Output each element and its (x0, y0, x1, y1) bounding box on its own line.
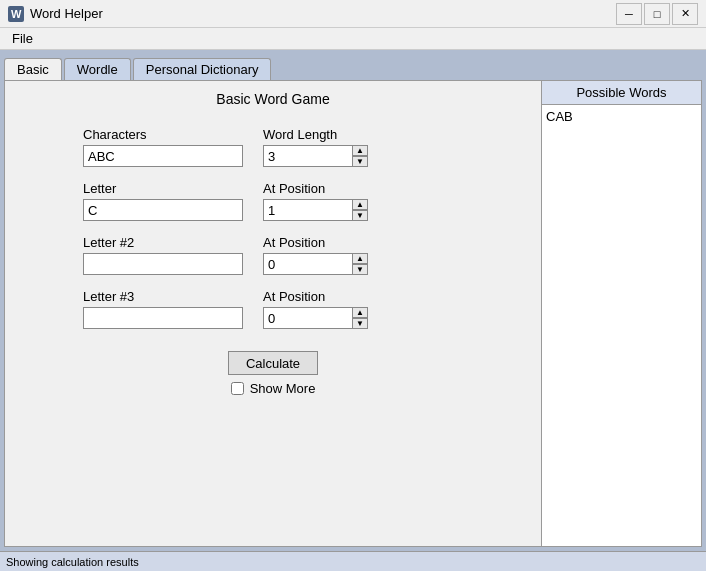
panel-area: Basic Word Game Characters Word Length (4, 80, 702, 547)
show-more-row: Show More (231, 381, 316, 396)
word-item: CAB (546, 109, 697, 124)
show-more-checkbox[interactable] (231, 382, 244, 395)
minimize-button[interactable]: ─ (616, 3, 642, 25)
word-length-group: Word Length ▲ ▼ (263, 127, 383, 167)
menu-bar: File (0, 28, 706, 50)
calculate-button[interactable]: Calculate (228, 351, 318, 375)
word-length-spinner-wrap: ▲ ▼ (263, 145, 383, 167)
tabs-panel: Basic Wordle Personal Dictionary Basic W… (4, 54, 702, 547)
position1-group: At Position ▲ ▼ (263, 181, 383, 221)
tab-personal-dictionary[interactable]: Personal Dictionary (133, 58, 272, 80)
words-panel-title: Possible Words (542, 81, 701, 105)
app-icon: W (8, 6, 24, 22)
svg-text:W: W (11, 8, 22, 20)
form-grid: Characters Word Length ▲ ▼ (83, 127, 463, 343)
main-area: Basic Wordle Personal Dictionary Basic W… (0, 50, 706, 551)
position3-spinners: ▲ ▼ (352, 307, 368, 329)
word-length-label: Word Length (263, 127, 383, 142)
position2-group: At Position ▲ ▼ (263, 235, 383, 275)
letter3-label: Letter #3 (83, 289, 243, 304)
status-bar: Showing calculation results (0, 551, 706, 571)
letter3-group: Letter #3 (83, 289, 243, 329)
position1-spinner-wrap: ▲ ▼ (263, 199, 383, 221)
title-bar: W Word Helper ─ □ ✕ (0, 0, 706, 28)
position3-group: At Position ▲ ▼ (263, 289, 383, 329)
word-length-spinners: ▲ ▼ (352, 145, 368, 167)
tab-basic[interactable]: Basic (4, 58, 62, 80)
position3-up-btn[interactable]: ▲ (352, 307, 368, 318)
letter2-group: Letter #2 (83, 235, 243, 275)
letter2-label: Letter #2 (83, 235, 243, 250)
position1-down-btn[interactable]: ▼ (352, 210, 368, 221)
letter-input[interactable] (83, 199, 243, 221)
row-letter3-position3: Letter #3 At Position ▲ ▼ (83, 289, 463, 329)
at-position2-label: At Position (263, 235, 383, 250)
close-button[interactable]: ✕ (672, 3, 698, 25)
tab-row: Basic Wordle Personal Dictionary (4, 54, 702, 80)
show-more-label: Show More (250, 381, 316, 396)
tab-wordle[interactable]: Wordle (64, 58, 131, 80)
word-length-up-btn[interactable]: ▲ (352, 145, 368, 156)
position3-down-btn[interactable]: ▼ (352, 318, 368, 329)
form-area: Basic Word Game Characters Word Length (5, 81, 541, 546)
letter-label: Letter (83, 181, 243, 196)
position2-up-btn[interactable]: ▲ (352, 253, 368, 264)
status-text: Showing calculation results (6, 556, 139, 568)
word-length-down-btn[interactable]: ▼ (352, 156, 368, 167)
row-letter2-position2: Letter #2 At Position ▲ ▼ (83, 235, 463, 275)
position2-spinner-wrap: ▲ ▼ (263, 253, 383, 275)
row-characters-wordlength: Characters Word Length ▲ ▼ (83, 127, 463, 167)
position3-spinner-wrap: ▲ ▼ (263, 307, 383, 329)
letter-group: Letter (83, 181, 243, 221)
at-position1-label: At Position (263, 181, 383, 196)
characters-label: Characters (83, 127, 243, 142)
position1-spinners: ▲ ▼ (352, 199, 368, 221)
characters-input[interactable] (83, 145, 243, 167)
button-area: Calculate Show More (228, 343, 318, 400)
form-title: Basic Word Game (216, 91, 329, 107)
words-panel: Possible Words CAB (541, 81, 701, 546)
file-menu[interactable]: File (4, 29, 41, 48)
letter3-input[interactable] (83, 307, 243, 329)
position3-input[interactable] (263, 307, 353, 329)
position1-up-btn[interactable]: ▲ (352, 199, 368, 210)
app-title: Word Helper (30, 6, 616, 21)
maximize-button[interactable]: □ (644, 3, 670, 25)
window-controls: ─ □ ✕ (616, 3, 698, 25)
position1-input[interactable] (263, 199, 353, 221)
row-letter-position1: Letter At Position ▲ ▼ (83, 181, 463, 221)
words-list: CAB (542, 105, 701, 546)
word-length-input[interactable] (263, 145, 353, 167)
position2-spinners: ▲ ▼ (352, 253, 368, 275)
characters-group: Characters (83, 127, 243, 167)
letter2-input[interactable] (83, 253, 243, 275)
position2-input[interactable] (263, 253, 353, 275)
at-position3-label: At Position (263, 289, 383, 304)
position2-down-btn[interactable]: ▼ (352, 264, 368, 275)
